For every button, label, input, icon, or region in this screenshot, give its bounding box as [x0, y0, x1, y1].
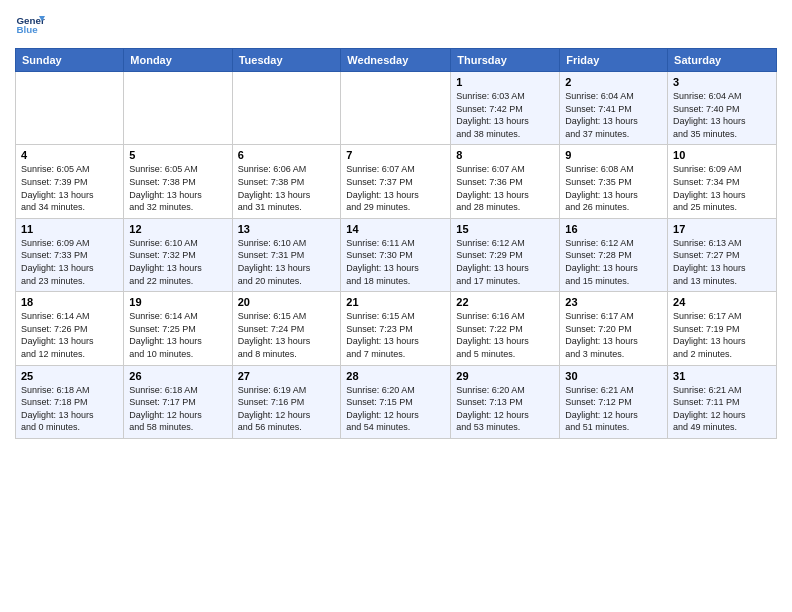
day-cell: 2Sunrise: 6:04 AM Sunset: 7:41 PM Daylig…	[560, 72, 668, 145]
day-number: 3	[673, 76, 771, 88]
day-info: Sunrise: 6:15 AM Sunset: 7:24 PM Dayligh…	[238, 310, 336, 360]
calendar-table: SundayMondayTuesdayWednesdayThursdayFrid…	[15, 48, 777, 439]
day-number: 8	[456, 149, 554, 161]
day-cell	[341, 72, 451, 145]
day-info: Sunrise: 6:18 AM Sunset: 7:17 PM Dayligh…	[129, 384, 226, 434]
day-number: 16	[565, 223, 662, 235]
day-cell: 28Sunrise: 6:20 AM Sunset: 7:15 PM Dayli…	[341, 365, 451, 438]
day-cell	[124, 72, 232, 145]
logo-icon: General Blue	[15, 10, 45, 40]
svg-text:Blue: Blue	[17, 24, 39, 35]
day-cell: 4Sunrise: 6:05 AM Sunset: 7:39 PM Daylig…	[16, 145, 124, 218]
day-cell: 10Sunrise: 6:09 AM Sunset: 7:34 PM Dayli…	[668, 145, 777, 218]
day-number: 7	[346, 149, 445, 161]
week-row-1: 4Sunrise: 6:05 AM Sunset: 7:39 PM Daylig…	[16, 145, 777, 218]
day-cell: 20Sunrise: 6:15 AM Sunset: 7:24 PM Dayli…	[232, 292, 341, 365]
day-cell: 11Sunrise: 6:09 AM Sunset: 7:33 PM Dayli…	[16, 218, 124, 291]
weekday-monday: Monday	[124, 49, 232, 72]
day-info: Sunrise: 6:14 AM Sunset: 7:25 PM Dayligh…	[129, 310, 226, 360]
day-number: 15	[456, 223, 554, 235]
day-number: 27	[238, 370, 336, 382]
day-number: 26	[129, 370, 226, 382]
day-info: Sunrise: 6:11 AM Sunset: 7:30 PM Dayligh…	[346, 237, 445, 287]
day-cell: 21Sunrise: 6:15 AM Sunset: 7:23 PM Dayli…	[341, 292, 451, 365]
day-number: 23	[565, 296, 662, 308]
day-cell: 26Sunrise: 6:18 AM Sunset: 7:17 PM Dayli…	[124, 365, 232, 438]
day-info: Sunrise: 6:05 AM Sunset: 7:38 PM Dayligh…	[129, 163, 226, 213]
logo: General Blue	[15, 10, 45, 40]
day-info: Sunrise: 6:15 AM Sunset: 7:23 PM Dayligh…	[346, 310, 445, 360]
week-row-0: 1Sunrise: 6:03 AM Sunset: 7:42 PM Daylig…	[16, 72, 777, 145]
day-number: 21	[346, 296, 445, 308]
day-cell: 15Sunrise: 6:12 AM Sunset: 7:29 PM Dayli…	[451, 218, 560, 291]
day-number: 17	[673, 223, 771, 235]
day-info: Sunrise: 6:07 AM Sunset: 7:37 PM Dayligh…	[346, 163, 445, 213]
day-info: Sunrise: 6:10 AM Sunset: 7:32 PM Dayligh…	[129, 237, 226, 287]
week-row-2: 11Sunrise: 6:09 AM Sunset: 7:33 PM Dayli…	[16, 218, 777, 291]
day-info: Sunrise: 6:09 AM Sunset: 7:34 PM Dayligh…	[673, 163, 771, 213]
day-number: 25	[21, 370, 118, 382]
day-info: Sunrise: 6:09 AM Sunset: 7:33 PM Dayligh…	[21, 237, 118, 287]
day-cell: 9Sunrise: 6:08 AM Sunset: 7:35 PM Daylig…	[560, 145, 668, 218]
header: General Blue	[15, 10, 777, 40]
day-cell: 24Sunrise: 6:17 AM Sunset: 7:19 PM Dayli…	[668, 292, 777, 365]
day-cell	[16, 72, 124, 145]
weekday-sunday: Sunday	[16, 49, 124, 72]
day-cell: 12Sunrise: 6:10 AM Sunset: 7:32 PM Dayli…	[124, 218, 232, 291]
day-info: Sunrise: 6:17 AM Sunset: 7:20 PM Dayligh…	[565, 310, 662, 360]
main-container: General Blue SundayMondayTuesdayWednesda…	[0, 0, 792, 449]
week-row-3: 18Sunrise: 6:14 AM Sunset: 7:26 PM Dayli…	[16, 292, 777, 365]
day-info: Sunrise: 6:04 AM Sunset: 7:41 PM Dayligh…	[565, 90, 662, 140]
day-cell: 30Sunrise: 6:21 AM Sunset: 7:12 PM Dayli…	[560, 365, 668, 438]
weekday-header-row: SundayMondayTuesdayWednesdayThursdayFrid…	[16, 49, 777, 72]
day-number: 6	[238, 149, 336, 161]
weekday-tuesday: Tuesday	[232, 49, 341, 72]
day-number: 5	[129, 149, 226, 161]
day-info: Sunrise: 6:12 AM Sunset: 7:29 PM Dayligh…	[456, 237, 554, 287]
day-info: Sunrise: 6:10 AM Sunset: 7:31 PM Dayligh…	[238, 237, 336, 287]
weekday-thursday: Thursday	[451, 49, 560, 72]
day-number: 30	[565, 370, 662, 382]
day-cell: 14Sunrise: 6:11 AM Sunset: 7:30 PM Dayli…	[341, 218, 451, 291]
day-info: Sunrise: 6:13 AM Sunset: 7:27 PM Dayligh…	[673, 237, 771, 287]
weekday-wednesday: Wednesday	[341, 49, 451, 72]
day-number: 10	[673, 149, 771, 161]
day-number: 24	[673, 296, 771, 308]
day-info: Sunrise: 6:20 AM Sunset: 7:15 PM Dayligh…	[346, 384, 445, 434]
day-number: 4	[21, 149, 118, 161]
day-number: 14	[346, 223, 445, 235]
day-cell: 17Sunrise: 6:13 AM Sunset: 7:27 PM Dayli…	[668, 218, 777, 291]
day-cell: 16Sunrise: 6:12 AM Sunset: 7:28 PM Dayli…	[560, 218, 668, 291]
day-info: Sunrise: 6:21 AM Sunset: 7:12 PM Dayligh…	[565, 384, 662, 434]
day-number: 20	[238, 296, 336, 308]
week-row-4: 25Sunrise: 6:18 AM Sunset: 7:18 PM Dayli…	[16, 365, 777, 438]
day-cell: 27Sunrise: 6:19 AM Sunset: 7:16 PM Dayli…	[232, 365, 341, 438]
day-cell: 23Sunrise: 6:17 AM Sunset: 7:20 PM Dayli…	[560, 292, 668, 365]
day-info: Sunrise: 6:08 AM Sunset: 7:35 PM Dayligh…	[565, 163, 662, 213]
day-number: 29	[456, 370, 554, 382]
day-number: 1	[456, 76, 554, 88]
day-cell: 18Sunrise: 6:14 AM Sunset: 7:26 PM Dayli…	[16, 292, 124, 365]
day-cell: 22Sunrise: 6:16 AM Sunset: 7:22 PM Dayli…	[451, 292, 560, 365]
day-info: Sunrise: 6:07 AM Sunset: 7:36 PM Dayligh…	[456, 163, 554, 213]
day-number: 13	[238, 223, 336, 235]
day-info: Sunrise: 6:03 AM Sunset: 7:42 PM Dayligh…	[456, 90, 554, 140]
day-cell: 8Sunrise: 6:07 AM Sunset: 7:36 PM Daylig…	[451, 145, 560, 218]
day-cell: 5Sunrise: 6:05 AM Sunset: 7:38 PM Daylig…	[124, 145, 232, 218]
day-number: 2	[565, 76, 662, 88]
day-info: Sunrise: 6:05 AM Sunset: 7:39 PM Dayligh…	[21, 163, 118, 213]
day-cell	[232, 72, 341, 145]
day-cell: 13Sunrise: 6:10 AM Sunset: 7:31 PM Dayli…	[232, 218, 341, 291]
day-info: Sunrise: 6:06 AM Sunset: 7:38 PM Dayligh…	[238, 163, 336, 213]
day-info: Sunrise: 6:14 AM Sunset: 7:26 PM Dayligh…	[21, 310, 118, 360]
day-cell: 7Sunrise: 6:07 AM Sunset: 7:37 PM Daylig…	[341, 145, 451, 218]
day-cell: 29Sunrise: 6:20 AM Sunset: 7:13 PM Dayli…	[451, 365, 560, 438]
day-info: Sunrise: 6:20 AM Sunset: 7:13 PM Dayligh…	[456, 384, 554, 434]
day-cell: 25Sunrise: 6:18 AM Sunset: 7:18 PM Dayli…	[16, 365, 124, 438]
day-info: Sunrise: 6:21 AM Sunset: 7:11 PM Dayligh…	[673, 384, 771, 434]
day-cell: 31Sunrise: 6:21 AM Sunset: 7:11 PM Dayli…	[668, 365, 777, 438]
day-cell: 6Sunrise: 6:06 AM Sunset: 7:38 PM Daylig…	[232, 145, 341, 218]
day-number: 12	[129, 223, 226, 235]
day-info: Sunrise: 6:18 AM Sunset: 7:18 PM Dayligh…	[21, 384, 118, 434]
day-cell: 3Sunrise: 6:04 AM Sunset: 7:40 PM Daylig…	[668, 72, 777, 145]
